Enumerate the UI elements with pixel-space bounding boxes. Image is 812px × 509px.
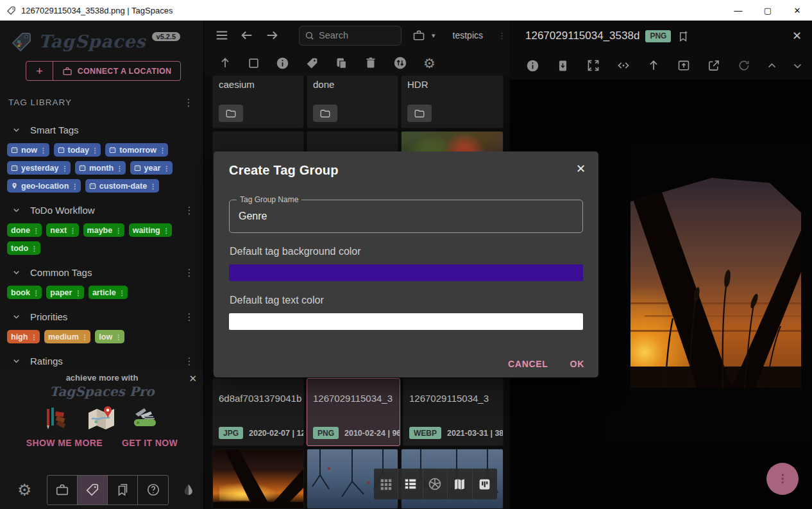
tag-chip[interactable]: year⋮ [130, 161, 173, 175]
select-all-icon[interactable] [248, 57, 260, 69]
tag-menu-dots[interactable]: ⋮ [74, 289, 81, 297]
tag-menu-dots[interactable]: ⋮ [61, 164, 68, 172]
upload-icon[interactable] [638, 59, 668, 72]
promo-close-icon[interactable]: ✕ [189, 373, 197, 384]
dialog-close-icon[interactable]: ✕ [576, 162, 586, 176]
taggroup-common-tags[interactable]: Common Tags ⋮ [0, 261, 204, 284]
next-file-icon[interactable] [784, 60, 810, 71]
copy-icon[interactable] [335, 56, 348, 70]
tag-chip[interactable]: waiting⋮ [129, 223, 173, 237]
list-view-button[interactable] [398, 469, 423, 499]
bookmark-add-icon[interactable] [677, 30, 689, 42]
taggroup-todo-workflow[interactable]: ToDo Workflow ⋮ [0, 198, 204, 221]
logo[interactable]: TagSpaces v5.2.5 [10, 30, 180, 53]
tag-chip[interactable]: low⋮ [95, 330, 124, 343]
tag-icon[interactable] [305, 56, 319, 70]
tag-chip[interactable]: tomorrow⋮ [105, 143, 168, 157]
taggroup-priorities[interactable]: Priorities ⋮ [0, 305, 204, 328]
taggroup-smart-tags[interactable]: Smart Tags [0, 118, 204, 141]
previous-file-icon[interactable] [759, 60, 784, 71]
perspective-settings-icon[interactable]: ⚙ [423, 56, 436, 70]
taggroup-menu-button[interactable]: ⋮ [182, 356, 196, 366]
nav-locations-button[interactable] [47, 476, 78, 505]
tag-menu-dots[interactable]: ⋮ [71, 182, 78, 190]
gallery-view-button[interactable] [423, 469, 448, 499]
code-view-icon[interactable] [608, 59, 638, 72]
forward-arrow-icon[interactable] [265, 28, 279, 42]
tag-menu-dots[interactable]: ⋮ [92, 146, 99, 154]
close-button[interactable]: ✕ [782, 0, 812, 21]
show-me-more-link[interactable]: SHOW ME MORE [26, 438, 103, 448]
tag-chip[interactable]: today⋮ [54, 143, 101, 157]
nav-bookmarks-button[interactable] [108, 476, 138, 505]
grid-view-button[interactable] [374, 469, 398, 499]
tag-menu-dots[interactable]: ⋮ [116, 164, 123, 172]
folder-menu-dots[interactable]: ⋮ [498, 31, 506, 40]
nav-tag-library-button[interactable] [78, 476, 108, 505]
nav-help-button[interactable] [138, 476, 168, 505]
tag-menu-dots[interactable]: ⋮ [163, 164, 170, 172]
tag-chip[interactable]: month⋮ [75, 161, 126, 175]
tag-chip[interactable]: geo-location⋮ [7, 179, 81, 193]
tag-menu-dots[interactable]: ⋮ [30, 333, 37, 341]
tag-chip[interactable]: done⋮ [7, 223, 42, 237]
mapique-view-button[interactable] [448, 469, 472, 499]
create-location-button[interactable]: + [26, 62, 53, 80]
current-folder-label[interactable]: testpics [453, 30, 483, 40]
tag-menu-dots[interactable]: ⋮ [115, 227, 122, 234]
get-it-now-link[interactable]: GET IT NOW [122, 438, 178, 448]
tag-chip[interactable]: medium⋮ [44, 330, 90, 343]
tag-menu-dots[interactable]: ⋮ [159, 146, 166, 154]
fullscreen-icon[interactable] [578, 59, 608, 72]
tag-chip[interactable]: maybe⋮ [83, 223, 124, 237]
file-cell[interactable] [212, 449, 304, 509]
tag-menu-dots[interactable]: ⋮ [31, 245, 38, 252]
taggroup-menu-button[interactable]: ⋮ [182, 268, 196, 277]
close-preview-icon[interactable]: ✕ [792, 29, 802, 43]
tag-chip[interactable]: now⋮ [7, 143, 49, 157]
connect-location-main[interactable]: CONNECT A LOCATION [53, 62, 180, 80]
reload-icon[interactable] [729, 59, 759, 72]
tag-menu-dots[interactable]: ⋮ [40, 146, 47, 154]
taggroup-menu-button[interactable]: ⋮ [182, 312, 196, 322]
hamburger-menu-icon[interactable] [215, 28, 229, 42]
delete-trash-icon[interactable] [364, 56, 377, 69]
fab-menu-button[interactable]: ⋮ [766, 463, 799, 495]
tag-chip[interactable]: next⋮ [46, 223, 78, 237]
theme-toggle-icon[interactable] [182, 483, 195, 497]
tag-menu-dots[interactable]: ⋮ [163, 227, 170, 234]
open-folder-button[interactable] [407, 105, 432, 122]
tag-chip[interactable]: high⋮ [7, 330, 40, 343]
tag-chip[interactable]: book⋮ [7, 286, 42, 299]
tag-group-name-input[interactable] [230, 200, 582, 232]
connect-location-button[interactable]: + CONNECT A LOCATION [26, 61, 181, 81]
taggroup-menu-button[interactable]: ⋮ [182, 205, 196, 215]
tag-chip[interactable]: todo⋮ [7, 241, 40, 255]
folder-cell[interactable]: done [307, 74, 398, 128]
back-arrow-icon[interactable] [240, 28, 254, 42]
tag-menu-dots[interactable]: ⋮ [69, 227, 76, 234]
settings-gear-icon[interactable]: ⚙ [17, 482, 31, 498]
minimize-button[interactable]: — [723, 0, 753, 21]
tag-chip[interactable]: custom-date⋮ [85, 179, 159, 193]
tag-library-menu-button[interactable]: ⋮ [182, 98, 196, 107]
open-folder-button[interactable] [313, 105, 337, 122]
file-cell-selected[interactable]: 1267029115034_3 PNG 2010-02-24 | 96 [307, 378, 400, 446]
folder-cell[interactable]: caesium [212, 74, 304, 128]
tag-menu-dots[interactable]: ⋮ [119, 289, 126, 297]
open-external-icon[interactable] [698, 59, 729, 72]
search-box[interactable] [299, 26, 402, 46]
info-icon[interactable] [276, 56, 289, 70]
file-cell[interactable]: 1267029115034_3 WEBP 2021-03-31 | 38 [403, 378, 503, 446]
maximize-button[interactable]: ▢ [753, 0, 782, 21]
file-cell[interactable]: 6d8af7031379041b JPG 2020-02-07 | 12 [212, 378, 304, 446]
open-containing-folder-icon[interactable] [668, 59, 698, 72]
bg-color-swatch[interactable] [229, 264, 583, 281]
text-color-swatch[interactable] [229, 313, 583, 330]
add-tags-icon[interactable] [548, 59, 578, 73]
tag-menu-dots[interactable]: ⋮ [33, 289, 40, 297]
sort-icon[interactable] [393, 56, 407, 70]
ok-button[interactable]: OK [570, 359, 584, 369]
tag-menu-dots[interactable]: ⋮ [149, 182, 156, 190]
open-folder-button[interactable] [219, 105, 243, 122]
